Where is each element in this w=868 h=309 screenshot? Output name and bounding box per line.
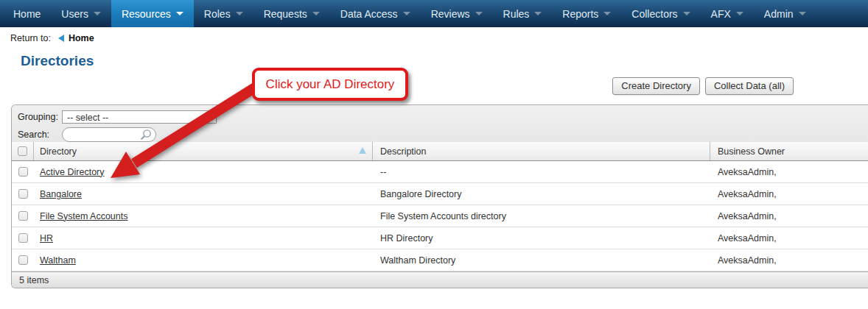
table-row: Waltham Waltham Directory AveksaAdmin, — [12, 249, 868, 271]
chevron-down-icon — [236, 12, 243, 15]
chevron-down-icon — [736, 12, 743, 15]
directory-link[interactable]: HR — [40, 233, 53, 244]
owner-cell: AveksaAdmin, — [710, 211, 868, 221]
page-title: Directories — [21, 53, 94, 69]
table-row: HR HR Directory AveksaAdmin, — [12, 227, 868, 249]
nav-item-requests[interactable]: Requests — [253, 0, 330, 27]
nav-item-resources[interactable]: Resources — [111, 0, 194, 27]
directories-panel: Grouping: -- select -- Search: — [11, 104, 868, 288]
item-count: 5 items — [19, 275, 49, 285]
nav-item-collectors[interactable]: Collectors — [621, 0, 700, 27]
description-cell: -- — [373, 167, 710, 177]
description-cell: HR Directory — [373, 233, 710, 244]
table-row: File System Accounts File System Account… — [12, 205, 868, 227]
directory-link[interactable]: File System Accounts — [40, 211, 128, 221]
table-header: Directory Description Business Owner — [12, 142, 868, 161]
table-footer: 5 items — [12, 271, 868, 288]
nav-item-roles[interactable]: Roles — [194, 0, 253, 27]
action-buttons: Create Directory Collect Data (all) — [612, 77, 794, 95]
chevron-down-icon — [475, 12, 483, 15]
chevron-down-icon — [683, 12, 690, 15]
grouping-label: Grouping: — [18, 112, 62, 122]
nav-label: Data Access — [340, 8, 398, 20]
directory-link[interactable]: Bangalore — [40, 189, 82, 199]
owner-cell: AveksaAdmin, — [710, 189, 868, 199]
table-row: Bangalore Bangalore Directory AveksaAdmi… — [12, 183, 868, 205]
nav-item-users[interactable]: Users — [51, 0, 111, 27]
chevron-down-icon — [176, 12, 183, 15]
row-checkbox[interactable] — [18, 189, 28, 199]
annotation-text: Click your AD Directory — [266, 77, 395, 92]
top-nav: Home Users Resources Roles Requests Data… — [0, 0, 868, 27]
nav-label: Reviews — [431, 8, 470, 20]
chevron-down-icon — [94, 12, 101, 15]
nav-label: Users — [61, 8, 88, 20]
description-cell: Bangalore Directory — [373, 189, 710, 199]
breadcrumb-prefix: Return to: — [10, 33, 51, 43]
description-cell: File System Accounts directory — [373, 211, 710, 221]
sort-ascending-icon — [359, 147, 366, 154]
create-directory-button[interactable]: Create Directory — [612, 77, 700, 95]
breadcrumb-home-link[interactable]: Home — [69, 33, 94, 43]
grouping-select[interactable]: -- select -- — [62, 110, 217, 124]
directory-link[interactable]: Active Directory — [40, 167, 105, 177]
nav-item-reviews[interactable]: Reviews — [421, 0, 493, 27]
back-arrow-icon — [58, 35, 64, 42]
column-header-description[interactable]: Description — [373, 142, 710, 160]
directory-link[interactable]: Waltham — [40, 255, 76, 266]
chevron-down-icon — [534, 12, 542, 15]
nav-item-afx[interactable]: AFX — [701, 0, 754, 27]
search-label: Search: — [18, 129, 62, 140]
column-header-business-owner[interactable]: Business Owner — [710, 142, 868, 160]
collect-data-button[interactable]: Collect Data (all) — [705, 77, 794, 95]
chevron-down-icon — [799, 12, 806, 15]
nav-label: Reports — [562, 8, 598, 20]
table-toolbar: Grouping: -- select -- Search: — [12, 105, 868, 142]
column-header-directory[interactable]: Directory — [34, 142, 373, 160]
nav-item-admin[interactable]: Admin — [754, 0, 816, 27]
row-checkbox[interactable] — [18, 233, 28, 243]
chevron-down-icon — [312, 12, 320, 15]
table-row: Active Directory -- AveksaAdmin, — [12, 161, 868, 183]
nav-label: Roles — [204, 8, 231, 20]
owner-cell: AveksaAdmin, — [710, 167, 868, 177]
nav-label: Rules — [503, 8, 530, 20]
nav-label: Home — [13, 8, 41, 20]
nav-item-rules[interactable]: Rules — [493, 0, 553, 27]
row-checkbox[interactable] — [18, 211, 28, 221]
nav-item-data-access[interactable]: Data Access — [330, 0, 421, 27]
nav-label: Resources — [122, 8, 171, 20]
nav-item-reports[interactable]: Reports — [552, 0, 621, 27]
row-checkbox[interactable] — [18, 255, 28, 265]
grouping-selected-value: -- select -- — [67, 113, 108, 123]
nav-label: Requests — [264, 8, 307, 20]
owner-cell: AveksaAdmin, — [710, 233, 868, 244]
nav-label: Collectors — [631, 8, 677, 20]
description-cell: Waltham Directory — [373, 255, 710, 266]
nav-item-home[interactable]: Home — [3, 0, 51, 27]
row-checkbox[interactable] — [18, 167, 28, 177]
chevron-down-icon — [403, 12, 410, 15]
chevron-down-icon — [603, 12, 611, 15]
annotation-callout: Click your AD Directory — [252, 68, 408, 101]
nav-label: Admin — [764, 8, 794, 20]
search-icon[interactable] — [140, 129, 152, 141]
nav-label: AFX — [711, 8, 731, 20]
breadcrumb: Return to: Home — [0, 27, 868, 43]
select-all-checkbox[interactable] — [18, 146, 27, 156]
chevron-down-icon — [206, 116, 213, 120]
owner-cell: AveksaAdmin, — [710, 255, 868, 266]
